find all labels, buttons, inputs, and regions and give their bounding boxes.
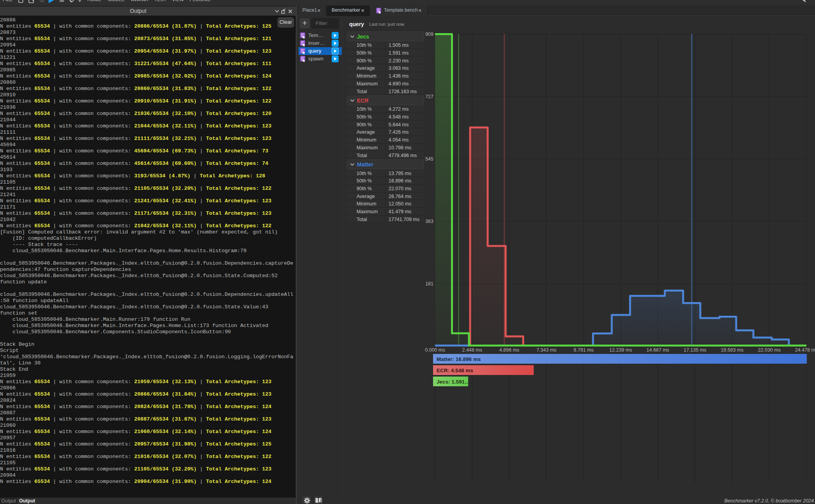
svg-text:7.343 ms: 7.343 ms <box>536 347 556 353</box>
svg-text:14.687 ms: 14.687 ms <box>646 347 669 353</box>
svg-text:ECR: 4.548 ms: ECR: 4.548 ms <box>437 368 473 373</box>
svg-text:2.448 ms: 2.448 ms <box>462 347 482 353</box>
svg-text:9.791 ms: 9.791 ms <box>574 347 593 353</box>
svg-text:24.478 ms: 24.478 ms <box>795 347 815 353</box>
svg-text:19.583 ms: 19.583 ms <box>721 347 743 353</box>
svg-text:727: 727 <box>425 94 433 99</box>
svg-text:22.030 ms: 22.030 ms <box>758 347 781 353</box>
svg-text:909: 909 <box>425 32 433 37</box>
svg-text:181: 181 <box>425 281 433 286</box>
svg-text:363: 363 <box>425 219 433 224</box>
svg-text:17.135 ms: 17.135 ms <box>684 347 706 353</box>
svg-text:0.000 ms: 0.000 ms <box>425 347 445 353</box>
svg-text:545: 545 <box>425 156 433 162</box>
svg-text:Jecs: 1.591…: Jecs: 1.591… <box>437 379 470 385</box>
svg-text:4.896 ms: 4.896 ms <box>499 347 519 353</box>
svg-text:Matter: 16.896 ms: Matter: 16.896 ms <box>437 356 481 362</box>
svg-text:12.239 ms: 12.239 ms <box>609 347 632 353</box>
